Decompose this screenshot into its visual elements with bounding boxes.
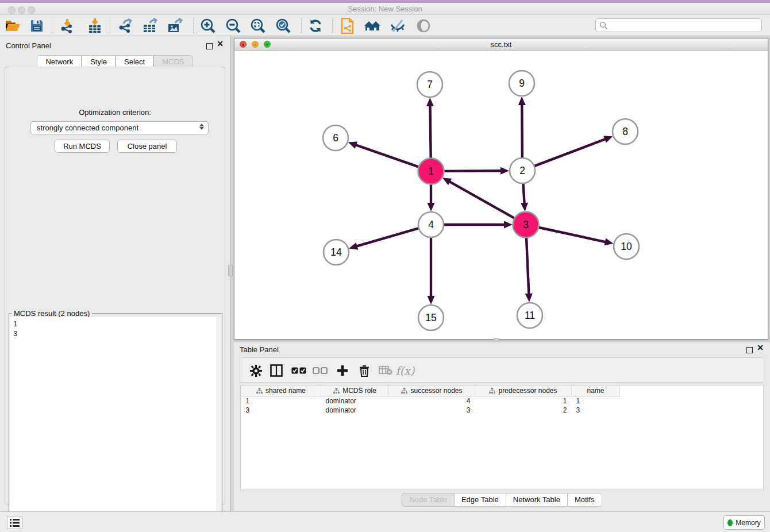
- table-row[interactable]: 1dominator411: [241, 396, 620, 406]
- main-toolbar: [0, 15, 770, 36]
- zoom-out-icon[interactable]: [224, 17, 243, 34]
- column-header-shared-name[interactable]: shared name: [241, 385, 321, 396]
- network-canvas[interactable]: 1234678910111415: [234, 51, 768, 339]
- toolbar-separator: [110, 18, 110, 33]
- graph-edge-3-11[interactable]: [526, 236, 529, 295]
- network-window-titlebar[interactable]: x − + scc.txt: [234, 38, 768, 51]
- close-table-panel-icon[interactable]: ✕: [757, 345, 764, 351]
- table-cell[interactable]: 1: [475, 396, 572, 406]
- search-icon: [599, 21, 608, 30]
- zoom-selected-icon[interactable]: [274, 17, 293, 34]
- table-cell[interactable]: 3: [389, 406, 475, 415]
- graph-edge-1-6[interactable]: [355, 145, 420, 168]
- function-icon[interactable]: f(x): [396, 362, 414, 379]
- trash-icon[interactable]: [356, 362, 373, 379]
- edge-arrowhead: [521, 203, 528, 211]
- tab-network-table[interactable]: Network Table: [506, 493, 567, 507]
- edge-arrowhead: [525, 294, 533, 302]
- table-cell[interactable]: 3: [572, 406, 620, 415]
- titlebar[interactable]: Session: New Session: [0, 3, 770, 15]
- mcds-result-textarea[interactable]: 13: [10, 317, 221, 530]
- tab-edge-table[interactable]: Edge Table: [454, 493, 506, 507]
- open-session-icon[interactable]: [3, 17, 22, 34]
- float-table-panel-icon[interactable]: [746, 345, 753, 356]
- column-header-predecessor-nodes[interactable]: predecessor nodes: [475, 385, 572, 396]
- table-cell[interactable]: dominator: [321, 406, 389, 415]
- import-table-icon[interactable]: [85, 17, 105, 34]
- table-panel-title: Table Panel: [240, 345, 279, 354]
- control-panel: Control Panel ✕ NetworkStyleSelectMCDS O…: [0, 36, 230, 511]
- toolbar-separator: [301, 18, 302, 33]
- task-history-button[interactable]: [7, 516, 22, 529]
- edge-arrowhead: [603, 136, 613, 142]
- table-row[interactable]: 3dominator323: [241, 406, 620, 415]
- document-share-icon[interactable]: [338, 17, 357, 34]
- edge-arrowhead: [518, 97, 526, 105]
- export-network-icon[interactable]: [116, 17, 136, 34]
- graph-node-label: 15: [425, 312, 436, 323]
- gear-icon[interactable]: [247, 362, 264, 379]
- export-image-icon[interactable]: [165, 17, 185, 34]
- graph-edge-3-1[interactable]: [448, 181, 515, 219]
- horizontal-splitter-handle[interactable]: [494, 338, 499, 341]
- result-scrollbar[interactable]: [216, 317, 221, 530]
- table-cell[interactable]: 4: [389, 396, 475, 406]
- hide-eye-icon[interactable]: [388, 17, 407, 34]
- graph-node-label: 1: [428, 165, 434, 177]
- graph-node-label: 9: [519, 78, 525, 89]
- table-delete-icon[interactable]: [377, 362, 394, 379]
- table-cell[interactable]: 1: [241, 396, 321, 406]
- export-table-icon[interactable]: [141, 17, 160, 34]
- refresh-icon[interactable]: [306, 17, 325, 34]
- graph-node-label: 2: [519, 165, 525, 176]
- eye-disabled-icon[interactable]: [414, 17, 433, 34]
- import-network-icon[interactable]: [58, 17, 78, 34]
- optimization-criterion-label: Optimization criterion:: [5, 108, 225, 117]
- search-field[interactable]: [595, 18, 762, 32]
- result-line: 1: [13, 319, 221, 329]
- memory-button[interactable]: Memory: [723, 515, 765, 530]
- graph-node-label: 14: [330, 246, 342, 258]
- graph-edge-1-2[interactable]: [442, 171, 502, 171]
- table-cell[interactable]: 2: [475, 406, 572, 415]
- close-panel-icon[interactable]: ✕: [217, 41, 224, 47]
- list-icon: [10, 519, 20, 527]
- tab-motifs[interactable]: Motifs: [567, 493, 602, 507]
- graph-node-label: 3: [523, 219, 529, 230]
- graph-edge-2-3[interactable]: [523, 182, 524, 205]
- graph-edge-3-10[interactable]: [537, 227, 607, 242]
- search-input[interactable]: [608, 20, 761, 31]
- checked-boxes-icon[interactable]: [290, 362, 307, 379]
- vertical-splitter-handle[interactable]: [228, 265, 233, 276]
- graph-edge-4-14[interactable]: [356, 228, 420, 247]
- columns-icon[interactable]: [268, 362, 285, 379]
- column-header-MCDS-role[interactable]: MCDS role: [321, 385, 389, 396]
- zoom-fit-icon[interactable]: [248, 17, 268, 34]
- result-line: 3: [13, 329, 221, 338]
- graph-node-label: 6: [333, 132, 338, 144]
- plus-icon[interactable]: [334, 362, 351, 379]
- memory-label: Memory: [736, 519, 760, 527]
- edge-arrowhead: [349, 242, 358, 249]
- table-cell[interactable]: 1: [572, 396, 620, 406]
- network-window-title: scc.txt: [234, 40, 768, 49]
- graph-edge-2-8[interactable]: [533, 138, 607, 166]
- column-header-successor-nodes[interactable]: successor nodes: [389, 385, 475, 396]
- toolbar-separator: [193, 18, 194, 33]
- unchecked-boxes-icon[interactable]: [311, 362, 329, 379]
- close-panel-button[interactable]: Close panel: [117, 140, 177, 153]
- table-cell[interactable]: 3: [241, 406, 321, 415]
- tab-node-table[interactable]: Node Table: [402, 493, 454, 507]
- status-bar: Memory: [0, 511, 770, 532]
- graph-edge-2-9[interactable]: [522, 103, 522, 159]
- float-panel-icon[interactable]: [206, 41, 213, 52]
- criterion-select[interactable]: strongly connected component: [30, 121, 209, 134]
- table-cell[interactable]: dominator: [321, 396, 389, 406]
- houses-icon[interactable]: [363, 17, 382, 34]
- zoom-in-icon[interactable]: [198, 17, 218, 34]
- graph-node-label: 7: [427, 79, 433, 90]
- column-header-name[interactable]: name: [572, 385, 620, 396]
- save-session-icon[interactable]: [27, 17, 47, 34]
- run-mcds-button[interactable]: Run MCDS: [55, 140, 110, 153]
- graph-edge-1-7[interactable]: [430, 105, 430, 160]
